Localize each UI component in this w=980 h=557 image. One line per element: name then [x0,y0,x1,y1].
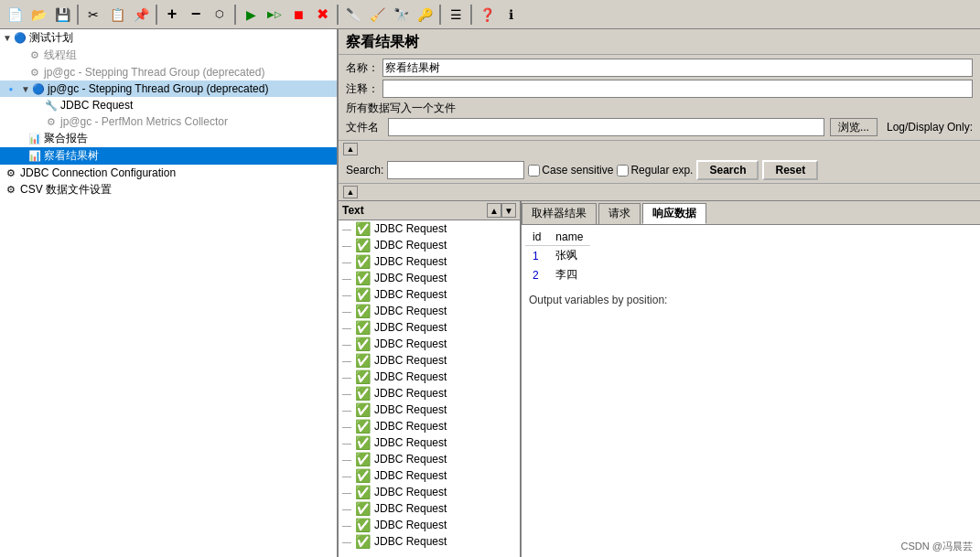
collapse-arrow2[interactable]: ▲ [343,186,358,198]
list-item[interactable]: — ✅ JDBC Request [339,237,520,253]
tree-item-jpgc2[interactable]: ● ▼ 🔵 jp@gc - Stepping Thread Group (dep… [0,80,337,97]
cut-button[interactable]: ✂ [82,4,104,26]
list-item[interactable]: — ✅ JDBC Request [339,484,520,500]
panel-title: 察看结果树 [339,29,980,55]
dash-icon: — [342,290,351,300]
dash-icon: — [342,455,351,465]
search-input[interactable] [387,161,524,179]
case-sensitive-checkbox[interactable] [528,165,540,177]
icon-thread-group: ⚙ [27,48,42,63]
tab-response-label: 响应数据 [652,207,696,220]
list-item-label: JDBC Request [374,486,447,498]
stop-button[interactable]: ⏹ [287,4,309,26]
section-title: 所有数据写入一个文件 [346,101,973,116]
list-item[interactable]: — ✅ JDBC Request [339,319,520,336]
list-button[interactable]: ☰ [445,4,467,26]
sep3 [234,5,236,25]
list-item[interactable]: — ✅ JDBC Request [339,270,520,286]
regular-exp-checkbox[interactable] [617,165,629,177]
key-button[interactable]: 🔑 [414,4,436,26]
tree-item-jpgc1[interactable]: ⚙ jp@gc - Stepping Thread Group (depreca… [0,64,337,80]
case-sensitive-label[interactable]: Case sensitive [528,164,613,177]
list-item[interactable]: — ✅ JDBC Request [339,303,520,319]
dot-jpgc2: ● [4,81,18,96]
dash-icon: — [342,504,351,514]
list-item[interactable]: — ✅ JDBC Request [339,418,520,434]
list-item[interactable]: — ✅ JDBC Request [339,451,520,467]
check-icon: ✅ [355,370,371,384]
tab-sampler-label: 取样器结果 [532,207,587,220]
list-item[interactable]: — ✅ JDBC Request [339,385,520,402]
icon-jpgc2: 🔵 [31,81,46,96]
sep1 [77,5,79,25]
list-item[interactable]: — ✅ JDBC Request [339,220,520,237]
list-item[interactable]: — ✅ JDBC Request [339,402,520,418]
check-icon: ✅ [355,337,371,351]
dash-icon: — [342,422,351,432]
list-item-label: JDBC Request [374,535,447,548]
list-item[interactable]: — ✅ JDBC Request [339,533,520,550]
tree-item-view-results[interactable]: 📊 察看结果树 [0,147,337,165]
file-input[interactable] [388,118,824,136]
col-name-header: name [548,229,590,246]
tree-item-test-plan[interactable]: ▼ 🔵 测试计划 [0,29,337,47]
new-button[interactable]: 📄 [4,4,26,26]
list-item[interactable]: — ✅ JDBC Request [339,352,520,369]
toggle-jpgc2[interactable]: ▼ [20,83,31,94]
play-button[interactable]: ▶ [240,4,262,26]
icon-csv: ⚙ [4,183,18,198]
paste-button[interactable]: 📌 [130,4,152,26]
dash-icon: — [342,405,351,415]
scroll-down-btn[interactable]: ▼ [501,203,516,218]
list-item[interactable]: — ✅ JDBC Request [339,369,520,385]
browse-button[interactable]: 浏览... [830,118,878,136]
copy-button[interactable]: 📋 [106,4,128,26]
comment-input[interactable] [382,80,973,98]
regular-exp-label[interactable]: Regular exp. [617,164,693,177]
list-item[interactable]: — ✅ JDBC Request [339,336,520,352]
label-thread-group: 线程组 [44,48,77,63]
broom-button[interactable]: 🧹 [366,4,388,26]
tree-item-aggregate[interactable]: 📊 聚合报告 [0,130,337,147]
info-button[interactable]: ℹ [500,4,522,26]
tree-item-perfmon[interactable]: ⚙ jp@gc - PerfMon Metrics Collector [0,113,337,130]
play-all-button[interactable]: ▶▷ [264,4,285,26]
file-row: 文件名 浏览... Log/Display Only: [346,118,973,136]
tab-request[interactable]: 请求 [598,203,641,224]
check-icon: ✅ [355,518,371,532]
check-icon: ✅ [355,452,371,466]
tree-item-jdbc-request[interactable]: 🔧 JDBC Request [0,97,337,113]
name-input[interactable] [382,59,973,77]
binoculars-button[interactable]: 🔭 [390,4,412,26]
tab-sampler[interactable]: 取样器结果 [522,203,597,224]
save-button[interactable]: 💾 [51,4,73,26]
tree-item-csv[interactable]: ⚙ CSV 数据文件设置 [0,181,337,198]
minus-button[interactable]: − [185,4,207,26]
list-item[interactable]: — ✅ JDBC Request [339,467,520,484]
search-button[interactable]: Search [696,160,759,180]
clear-button[interactable]: ✖ [311,4,333,26]
list-item[interactable]: — ✅ JDBC Request [339,286,520,303]
list-item[interactable]: — ✅ JDBC Request [339,500,520,517]
list-item[interactable]: — ✅ JDBC Request [339,253,520,270]
open-button[interactable]: 📂 [27,4,49,26]
plus-button[interactable]: + [161,4,183,26]
list-item[interactable]: — ✅ JDBC Request [339,517,520,533]
cell-name-1: 张飒 [548,246,590,266]
tree-item-jdbc-config[interactable]: ⚙ JDBC Connection Configuration [0,165,337,181]
tree-item-thread-group[interactable]: ⚙ 线程组 [0,47,337,64]
help-button[interactable]: ❓ [476,4,498,26]
knife-button[interactable]: 🔪 [342,4,364,26]
search-bar: Search: Case sensitive Regular exp. Sear… [339,157,980,184]
toggle-test-plan[interactable]: ▼ [2,33,13,44]
dash-icon: — [342,520,351,530]
collapse-arrow[interactable]: ▲ [343,143,358,155]
icon-jdbc: 🔧 [44,98,59,112]
label-aggregate: 聚合报告 [44,131,88,146]
expand-button[interactable]: ⬡ [209,4,231,26]
reset-button[interactable]: Reset [762,160,818,180]
icon-perfmon: ⚙ [44,114,59,129]
scroll-up-btn[interactable]: ▲ [487,203,501,218]
list-item[interactable]: — ✅ JDBC Request [339,434,520,451]
tab-response[interactable]: 响应数据 [642,203,706,224]
